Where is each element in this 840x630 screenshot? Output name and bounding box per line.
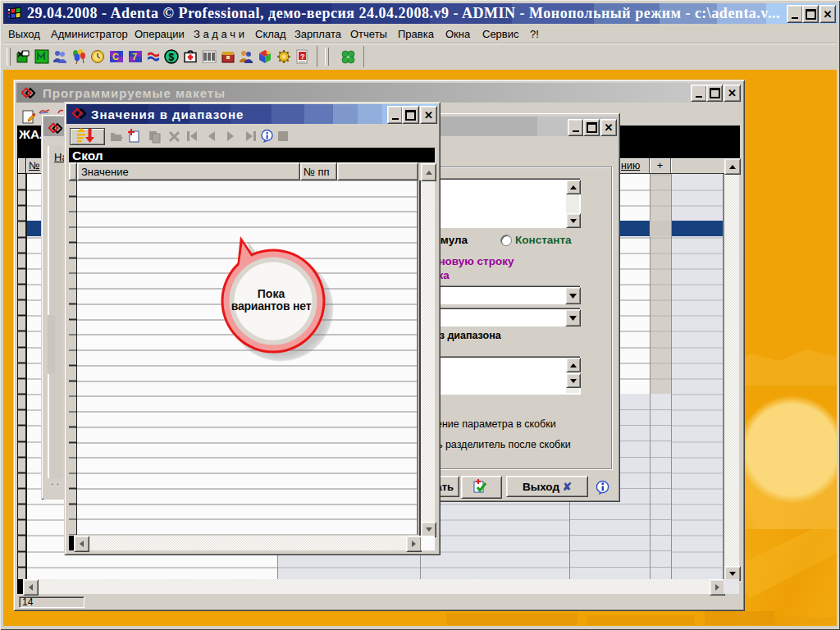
svg-text:?: ? (300, 52, 305, 61)
svg-text:Пока: Пока (258, 287, 285, 300)
svg-text:7: 7 (132, 52, 137, 62)
svg-text:$: $ (169, 52, 175, 63)
svg-text:вариантов нет: вариантов нет (231, 299, 312, 313)
svg-text:C: C (112, 52, 119, 62)
